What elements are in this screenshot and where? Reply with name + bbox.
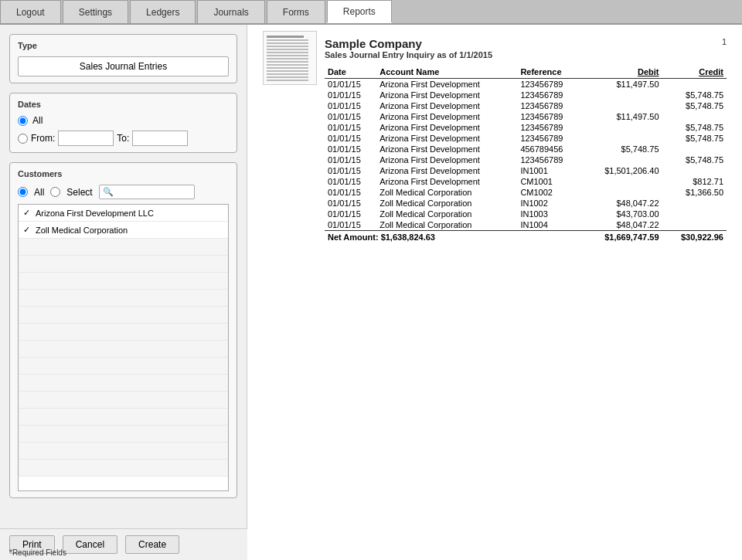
- customer-name: Zoll Medical Corporation: [36, 226, 128, 235]
- dates-range-row: From: To:: [18, 131, 229, 146]
- dates-all-label: All: [32, 115, 43, 126]
- customers-section: Customers All Select 🔍 ✓Arizona First De…: [9, 162, 237, 498]
- customer-item[interactable]: [19, 358, 228, 375]
- dates-all-row: All: [18, 115, 229, 126]
- cell-date: 01/01/15: [325, 122, 376, 133]
- customer-item[interactable]: [19, 392, 228, 409]
- customer-item[interactable]: ✓Zoll Medical Corporation: [19, 222, 228, 239]
- cell-account: Zoll Medical Corporation: [376, 198, 517, 209]
- customer-item[interactable]: [19, 307, 228, 324]
- customer-item[interactable]: [19, 273, 228, 290]
- dates-to-input[interactable]: [132, 131, 188, 146]
- dates-from-label: From:: [31, 133, 55, 144]
- customer-item[interactable]: [19, 426, 228, 443]
- customer-item[interactable]: [19, 324, 228, 341]
- customer-item[interactable]: [19, 256, 228, 273]
- cell-account: Arizona First Development: [376, 122, 517, 133]
- search-icon: 🔍: [103, 187, 114, 197]
- cell-account: Zoll Medical Corporation: [376, 187, 517, 198]
- table-header-row: Date Account Name Reference Debit Credit: [325, 66, 727, 79]
- table-row: 01/01/15Arizona First Development4567894…: [325, 144, 727, 154]
- cell-reference: 123456789: [517, 111, 581, 122]
- cell-debit: [582, 187, 662, 198]
- bottom-bar: Print Cancel Create *Required Fields: [0, 528, 247, 560]
- cell-date: 01/01/15: [325, 90, 376, 100]
- tab-ledgers[interactable]: Ledgers: [130, 0, 196, 23]
- customer-item[interactable]: [19, 290, 228, 307]
- cell-reference: IN1002: [517, 198, 581, 209]
- customers-header: All Select 🔍: [18, 185, 229, 199]
- cell-credit: $5,748.75: [662, 122, 727, 133]
- cell-account: Arizona First Development: [376, 100, 517, 111]
- col-debit: Debit: [582, 66, 662, 79]
- cell-date: 01/01/15: [325, 154, 376, 165]
- customers-all-radio[interactable]: [18, 187, 28, 197]
- dates-range-radio[interactable]: [18, 134, 28, 144]
- cancel-button[interactable]: Cancel: [63, 535, 117, 554]
- cell-account: Zoll Medical Corporation: [376, 219, 517, 231]
- type-label: Type: [18, 41, 229, 50]
- create-button[interactable]: Create: [125, 535, 179, 554]
- dates-all-radio[interactable]: [18, 116, 28, 126]
- cell-reference: IN1001: [517, 165, 581, 176]
- cell-credit: $5,748.75: [662, 154, 727, 165]
- dates-label: Dates: [18, 100, 229, 109]
- table-row: 01/01/15Arizona First DevelopmentIN1001$…: [325, 165, 727, 176]
- customer-item[interactable]: [19, 375, 228, 392]
- cell-reference: CM1002: [517, 187, 581, 198]
- cell-reference: CM1001: [517, 176, 581, 187]
- customer-item[interactable]: [19, 239, 228, 256]
- cell-date: 01/01/15: [325, 144, 376, 154]
- col-date: Date: [325, 66, 376, 79]
- type-button[interactable]: Sales Journal Entries: [18, 56, 229, 76]
- customer-item[interactable]: [19, 460, 228, 477]
- customer-item[interactable]: [19, 341, 228, 358]
- cell-debit: $11,497.50: [582, 111, 662, 122]
- customers-select-radio[interactable]: [50, 187, 60, 197]
- dates-to-label: To:: [117, 133, 129, 144]
- table-row: 01/01/15Arizona First Development1234567…: [325, 122, 727, 133]
- cell-credit: [662, 165, 727, 176]
- cell-credit: [662, 111, 727, 122]
- cell-debit: [582, 176, 662, 187]
- tab-reports[interactable]: Reports: [327, 0, 392, 23]
- net-amount-row: Net Amount: $1,638,824.63 $1,669,747.59 …: [325, 231, 727, 243]
- cell-date: 01/01/15: [325, 187, 376, 198]
- customer-item[interactable]: [19, 443, 228, 460]
- dates-from-input[interactable]: [58, 131, 114, 146]
- cell-account: Arizona First Development: [376, 176, 517, 187]
- cell-date: 01/01/15: [325, 165, 376, 176]
- table-row: 01/01/15Zoll Medical CorporationCM1002$1…: [325, 187, 727, 198]
- tab-forms[interactable]: Forms: [267, 0, 325, 23]
- dates-section: Dates All From: To:: [9, 93, 237, 153]
- cell-debit: [582, 154, 662, 165]
- cell-account: Arizona First Development: [376, 111, 517, 122]
- report-subtitle: Sales Journal Entry Inquiry as of 1/1/20…: [325, 50, 727, 59]
- customers-list: ✓Arizona First Development LLC✓Zoll Medi…: [18, 204, 229, 491]
- tab-logout[interactable]: Logout: [0, 0, 61, 23]
- customers-search-input[interactable]: [114, 188, 191, 197]
- cell-date: 01/01/15: [325, 219, 376, 231]
- cell-credit: [662, 209, 727, 219]
- table-row: 01/01/15Arizona First DevelopmentCM1001$…: [325, 176, 727, 187]
- cell-reference: 123456789: [517, 79, 581, 90]
- customer-item[interactable]: [19, 409, 228, 426]
- cell-credit: [662, 79, 727, 90]
- cell-account: Arizona First Development: [376, 90, 517, 100]
- cell-debit: $11,497.50: [582, 79, 662, 90]
- report-table: Date Account Name Reference Debit Credit…: [325, 66, 727, 243]
- table-row: 01/01/15Arizona First Development1234567…: [325, 111, 727, 122]
- right-panel: 1 Sample Company Sales Journal Entry Inq…: [247, 25, 742, 560]
- cell-reference: 123456789: [517, 100, 581, 111]
- customers-label: Customers: [18, 169, 229, 178]
- cell-reference: 456789456: [517, 144, 581, 154]
- cell-credit: [662, 144, 727, 154]
- cell-debit: $48,047.22: [582, 198, 662, 209]
- cell-credit: $812.71: [662, 176, 727, 187]
- tab-settings[interactable]: Settings: [63, 0, 128, 23]
- cell-date: 01/01/15: [325, 209, 376, 219]
- customer-item[interactable]: ✓Arizona First Development LLC: [19, 205, 228, 222]
- table-row: 01/01/15Zoll Medical CorporationIN1003$4…: [325, 209, 727, 219]
- cell-date: 01/01/15: [325, 176, 376, 187]
- tab-journals[interactable]: Journals: [197, 0, 264, 23]
